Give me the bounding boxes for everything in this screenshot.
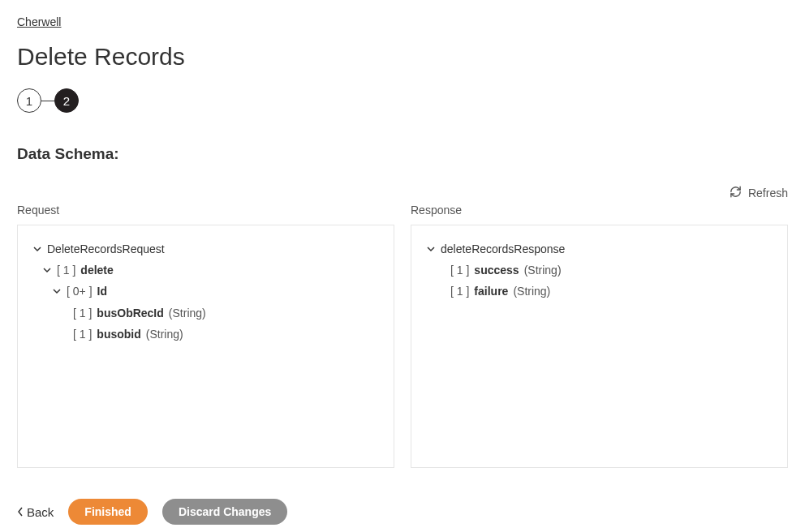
node-label: Id	[97, 284, 107, 298]
node-label: DeleteRecordsRequest	[47, 242, 165, 256]
stepper: 1 2	[17, 88, 788, 113]
response-label: Response	[411, 204, 788, 217]
node-card: [ 1 ]	[73, 327, 92, 341]
node-label: busObRecId	[97, 306, 163, 320]
footer: Back Finished Discard Changes	[17, 499, 788, 525]
tree-node-success: [ 1 ] success (String)	[426, 260, 773, 281]
refresh-button[interactable]: Refresh	[17, 186, 788, 200]
node-label: busobid	[97, 327, 140, 341]
chevron-down-icon[interactable]	[52, 287, 62, 295]
node-card: [ 1 ]	[57, 263, 75, 277]
node-label: delete	[80, 263, 113, 277]
node-type: (String)	[524, 263, 562, 277]
node-label: deleteRecordsResponse	[441, 242, 565, 256]
back-button[interactable]: Back	[17, 505, 54, 519]
node-card: [ 0+ ]	[67, 284, 93, 298]
breadcrumb[interactable]: Cherwell	[17, 15, 61, 28]
back-label: Back	[27, 505, 54, 519]
chevron-down-icon[interactable]	[42, 266, 52, 274]
request-schema-box: DeleteRecordsRequest [ 1 ] delete [ 0+ ]…	[17, 225, 394, 468]
tree-node-busobrecid: [ 1 ] busObRecId (String)	[32, 302, 379, 324]
node-card: [ 1 ]	[73, 306, 92, 320]
node-type: (String)	[146, 327, 183, 341]
response-schema-box: deleteRecordsResponse [ 1 ] success (Str…	[411, 225, 788, 468]
request-label: Request	[17, 204, 394, 217]
tree-node-failure: [ 1 ] failure (String)	[426, 281, 773, 302]
chevron-left-icon	[17, 505, 24, 519]
node-type: (String)	[513, 284, 550, 298]
chevron-down-icon[interactable]	[32, 245, 42, 253]
node-label: success	[474, 263, 519, 277]
tree-node-root: DeleteRecordsRequest	[32, 238, 379, 260]
node-card: [ 1 ]	[450, 263, 469, 277]
node-type: (String)	[169, 306, 206, 320]
node-label: failure	[474, 284, 508, 298]
section-title: Data Schema:	[17, 145, 788, 163]
node-card: [ 1 ]	[450, 284, 469, 298]
tree-node-delete: [ 1 ] delete	[32, 260, 379, 281]
discard-button[interactable]: Discard Changes	[162, 499, 287, 525]
page-title: Delete Records	[17, 43, 788, 71]
tree-node-busobid: [ 1 ] busobid (String)	[32, 324, 379, 345]
step-1[interactable]: 1	[17, 88, 41, 113]
refresh-icon	[730, 186, 742, 200]
step-connector	[41, 101, 54, 101]
tree-node-id: [ 0+ ] Id	[32, 281, 379, 302]
finished-button[interactable]: Finished	[68, 499, 148, 525]
refresh-label: Refresh	[748, 187, 788, 200]
step-2[interactable]: 2	[54, 88, 79, 113]
tree-node-root: deleteRecordsResponse	[426, 238, 773, 260]
chevron-down-icon[interactable]	[426, 245, 436, 253]
